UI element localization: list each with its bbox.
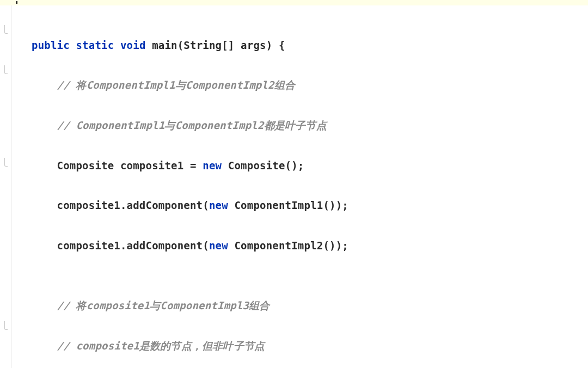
code-line: composite1.addComponent(new ComponentImp…: [32, 195, 367, 216]
keyword-public: public: [32, 39, 70, 51]
code-comment: // ComponentImpl1与ComponentImpl2都是叶子节点: [32, 115, 367, 136]
method-signature: main(String[] args) {: [152, 39, 285, 51]
editor-gutter: [0, 5, 12, 368]
keyword-new: new: [209, 199, 228, 211]
keyword-new: new: [203, 160, 222, 171]
keyword-static: static: [76, 39, 114, 51]
code-line: composite1.addComponent(new ComponentImp…: [32, 236, 367, 256]
keyword-void: void: [120, 39, 146, 51]
code-line: public static void main(String[] args) {: [32, 35, 367, 56]
fold-mark-icon: [4, 321, 8, 330]
code-comment: // composite1是数的节点，但非叶子节点: [32, 336, 367, 356]
text-cursor: [16, 1, 17, 4]
fold-mark-icon: [4, 158, 8, 167]
code-line: Composite composite1 = new Composite();: [32, 156, 367, 176]
code-comment: // 将composite1与ComponentImpl3组合: [32, 296, 367, 316]
code-comment: // 将ComponentImpl1与ComponentImpl2组合: [32, 75, 367, 95]
top-hint-bar: [0, 0, 588, 5]
fold-mark-icon: [4, 65, 8, 74]
fold-mark-icon: [4, 25, 8, 34]
code-editor[interactable]: public static void main(String[] args) {…: [12, 5, 367, 368]
keyword-new: new: [209, 240, 228, 252]
